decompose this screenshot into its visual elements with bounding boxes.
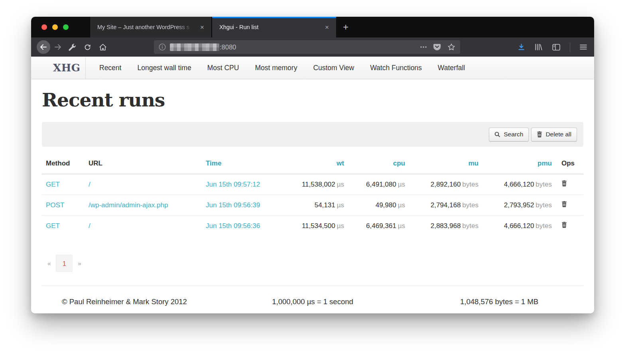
run-url-link[interactable]: / <box>89 181 91 188</box>
delete-run-icon[interactable] <box>561 222 567 228</box>
pagination-next[interactable]: » <box>78 260 81 267</box>
new-tab-button[interactable]: + <box>336 17 355 37</box>
wrench-icon <box>69 43 76 51</box>
library-button[interactable] <box>535 43 543 51</box>
reload-icon <box>84 43 91 51</box>
tab-bar: My Site – Just another WordPress s × Xhg… <box>31 17 594 37</box>
run-cpu-unit: µs <box>398 181 405 188</box>
toolbar-separator <box>570 42 570 52</box>
run-method: GET <box>42 174 85 195</box>
trash-icon <box>537 131 542 138</box>
redacted-hostname <box>170 43 219 51</box>
developer-tools-button[interactable] <box>69 43 76 51</box>
delete-all-button[interactable]: Delete all <box>531 128 577 142</box>
home-icon <box>99 43 107 51</box>
actions-bar: Search Delete all <box>42 122 583 147</box>
run-pmu-value: 4,666,120 <box>504 222 534 230</box>
sidebar-icon <box>552 44 560 51</box>
tab-my-site[interactable]: My Site – Just another WordPress s × <box>90 17 212 37</box>
downloads-button[interactable] <box>518 43 525 51</box>
run-url-link[interactable]: / <box>89 222 91 230</box>
run-pmu-value: 2,793,952 <box>504 201 534 209</box>
delete-run-icon[interactable] <box>561 201 567 207</box>
run-pmu-unit: bytes <box>536 181 552 188</box>
close-tab-icon[interactable]: × <box>323 23 331 31</box>
page-title: Recent runs <box>42 79 583 111</box>
nav-item-waterfall[interactable]: Waterfall <box>430 64 473 72</box>
run-cpu-value: 6,491,080 <box>366 181 396 188</box>
header-mu[interactable]: mu <box>405 155 478 174</box>
run-wt-value: 54,131 <box>315 201 335 209</box>
run-wt-unit: µs <box>337 201 344 209</box>
run-mu-value: 2,794,168 <box>431 201 461 209</box>
run-pmu-unit: bytes <box>536 201 552 209</box>
run-wt-value: 11,534,500 <box>302 222 335 230</box>
page-content: XHG Recent Longest wall time Most CPU Mo… <box>31 57 594 313</box>
download-icon <box>518 43 525 51</box>
site-footer: © Paul Reinheimer & Mark Story 2012 1,00… <box>42 285 583 313</box>
pagination-current-page[interactable]: 1 <box>56 255 73 272</box>
run-mu-value: 2,892,160 <box>431 181 461 188</box>
menu-button[interactable] <box>580 44 587 50</box>
pagination: « 1 » <box>42 255 583 272</box>
runs-table: Method URL Time wt cpu mu pmu Ops GET <box>42 155 583 236</box>
run-pmu-unit: bytes <box>536 222 552 230</box>
header-time[interactable]: Time <box>202 155 282 174</box>
header-cpu[interactable]: cpu <box>344 155 405 174</box>
tab-title: Xhgui - Run list <box>218 24 320 30</box>
delete-run-icon[interactable] <box>561 180 567 187</box>
run-cpu-unit: µs <box>398 201 405 209</box>
nav-item-watch-functions[interactable]: Watch Functions <box>362 64 430 72</box>
minimize-window-button[interactable] <box>52 24 58 30</box>
run-wt-unit: µs <box>337 222 344 230</box>
close-tab-icon[interactable]: × <box>199 23 206 31</box>
header-wt[interactable]: wt <box>282 155 344 174</box>
nav-item-custom-view[interactable]: Custom View <box>305 64 362 72</box>
back-button[interactable] <box>37 40 50 54</box>
zoom-window-button[interactable] <box>63 24 69 30</box>
brand-logo[interactable]: XHG <box>31 57 86 79</box>
home-button[interactable] <box>99 43 107 51</box>
run-method: POST <box>42 195 85 216</box>
window-controls <box>31 17 90 37</box>
run-mu-unit: bytes <box>462 181 478 188</box>
header-url: URL <box>85 155 202 174</box>
ellipsis-icon <box>420 46 427 48</box>
tab-xhgui-run-list[interactable]: Xhgui - Run list × <box>212 17 336 37</box>
search-icon <box>494 132 500 138</box>
pocket-icon[interactable] <box>433 43 441 51</box>
desktop-background: My Site – Just another WordPress s × Xhg… <box>0 0 638 364</box>
xhgui-navbar: XHG Recent Longest wall time Most CPU Mo… <box>31 57 594 79</box>
run-mu-value: 2,883,968 <box>431 222 461 230</box>
nav-item-most-cpu[interactable]: Most CPU <box>199 64 247 72</box>
footer-memory-note: 1,048,576 bytes = 1 MB <box>460 297 538 306</box>
table-row: GET / Jun 15th 09:56:36 11,534,500µs 6,4… <box>42 216 583 236</box>
nav-item-recent[interactable]: Recent <box>91 64 129 72</box>
reload-button[interactable] <box>84 43 91 51</box>
delete-all-button-label: Delete all <box>545 131 571 138</box>
navbar-items: Recent Longest wall time Most CPU Most m… <box>86 57 473 79</box>
nav-item-longest-wall-time[interactable]: Longest wall time <box>129 64 199 72</box>
url-bar[interactable]: :8080 <box>154 40 460 54</box>
run-cpu-unit: µs <box>398 222 405 230</box>
table-row: GET / Jun 15th 09:57:12 11,538,002µs 6,4… <box>42 174 583 195</box>
header-pmu[interactable]: pmu <box>478 155 552 174</box>
site-info-icon[interactable] <box>159 43 166 51</box>
bookmark-star-icon[interactable] <box>447 43 455 51</box>
nav-item-most-memory[interactable]: Most memory <box>247 64 305 72</box>
run-time-link[interactable]: Jun 15th 09:56:36 <box>206 222 260 230</box>
browser-window: My Site – Just another WordPress s × Xhg… <box>31 17 594 313</box>
forward-button[interactable] <box>54 44 61 50</box>
search-button-label: Search <box>504 131 523 138</box>
run-time-link[interactable]: Jun 15th 09:56:39 <box>206 201 260 209</box>
library-icon <box>535 43 543 51</box>
close-window-button[interactable] <box>41 24 47 30</box>
pagination-prev[interactable]: « <box>47 260 51 267</box>
run-time-link[interactable]: Jun 15th 09:57:12 <box>206 181 260 188</box>
header-method: Method <box>42 155 85 174</box>
run-url-link[interactable]: /wp-admin/admin-ajax.php <box>89 201 168 209</box>
page-actions-icon[interactable] <box>420 46 427 48</box>
hamburger-icon <box>580 44 587 50</box>
search-button[interactable]: Search <box>489 128 529 142</box>
sidebar-toggle-button[interactable] <box>552 44 560 51</box>
